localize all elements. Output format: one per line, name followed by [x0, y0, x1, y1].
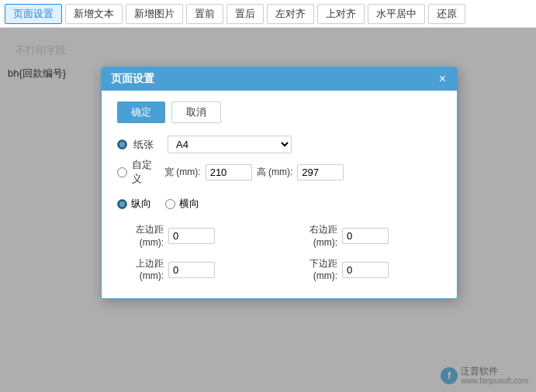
- dialog-header: 页面设置 ×: [102, 67, 457, 91]
- width-unit-label: 宽 (mm):: [164, 166, 201, 179]
- reset-button[interactable]: 还原: [428, 4, 465, 24]
- height-unit-label: 高 (mm):: [257, 166, 293, 179]
- canvas-area: 不打印字段 bh{回款编号} 页面设置 × 确定 取消 纸张 A4 A3: [0, 28, 536, 392]
- right-margin-input[interactable]: [342, 228, 389, 244]
- landscape-label: 横向: [179, 197, 199, 211]
- left-margin-item: 左边距(mm):: [117, 223, 268, 249]
- page-setup-button[interactable]: 页面设置: [5, 4, 62, 24]
- top-margin-label: 上边距(mm):: [117, 257, 164, 284]
- action-row: 确定 取消: [117, 101, 441, 123]
- orientation-section: 纵向 横向: [117, 197, 441, 211]
- landscape-radio[interactable]: [165, 199, 175, 209]
- paper-select[interactable]: A4 A3 B5 Letter 自定义: [168, 136, 292, 153]
- page-setup-dialog: 页面设置 × 确定 取消 纸张 A4 A3 B5 Letter: [101, 67, 458, 299]
- right-margin-label: 右边距(mm):: [291, 223, 337, 249]
- custom-label: 自定义: [132, 158, 160, 186]
- margins-section: 左边距(mm): 右边距(mm): 上边距(mm): 下边距(mm):: [117, 223, 441, 283]
- custom-row: 自定义 宽 (mm): 高 (mm):: [117, 158, 441, 186]
- confirm-button[interactable]: 确定: [117, 101, 165, 123]
- paper-radio[interactable]: [117, 139, 127, 150]
- top-margin-item: 上边距(mm):: [117, 257, 268, 284]
- portrait-item: 纵向: [117, 197, 151, 211]
- add-text-button[interactable]: 新增文本: [65, 4, 123, 24]
- dialog-title: 页面设置: [111, 72, 154, 86]
- portrait-radio[interactable]: [117, 199, 127, 209]
- portrait-label: 纵向: [131, 197, 151, 211]
- bring-front-button[interactable]: 置前: [186, 4, 223, 24]
- dialog-close-button[interactable]: ×: [437, 73, 448, 85]
- cancel-button[interactable]: 取消: [171, 101, 221, 123]
- bottom-margin-label: 下边距(mm):: [291, 257, 337, 284]
- align-top-button[interactable]: 上对齐: [317, 4, 365, 24]
- landscape-item: 横向: [165, 197, 199, 211]
- custom-radio[interactable]: [117, 167, 127, 177]
- send-back-button[interactable]: 置后: [227, 4, 264, 24]
- paper-row: 纸张 A4 A3 B5 Letter 自定义: [117, 136, 441, 153]
- bottom-margin-input[interactable]: [342, 262, 389, 278]
- paper-label: 纸张: [133, 138, 161, 152]
- width-input[interactable]: [206, 164, 252, 181]
- left-margin-input[interactable]: [168, 228, 215, 244]
- center-h-button[interactable]: 水平居中: [368, 4, 425, 24]
- add-image-button[interactable]: 新增图片: [126, 4, 183, 24]
- align-left-button[interactable]: 左对齐: [267, 4, 314, 24]
- toolbar: 页面设置 新增文本 新增图片 置前 置后 左对齐 上对齐 水平居中 还原: [0, 0, 536, 28]
- bottom-margin-item: 下边距(mm):: [291, 257, 441, 284]
- dialog-body: 确定 取消 纸张 A4 A3 B5 Letter 自定义: [102, 91, 457, 298]
- left-margin-label: 左边距(mm):: [117, 223, 164, 249]
- right-margin-item: 右边距(mm):: [291, 223, 441, 249]
- top-margin-input[interactable]: [168, 262, 215, 278]
- paper-section: 纸张 A4 A3 B5 Letter 自定义 自定义 宽 (mm): 高 (mm…: [117, 136, 441, 186]
- height-input[interactable]: [297, 164, 344, 181]
